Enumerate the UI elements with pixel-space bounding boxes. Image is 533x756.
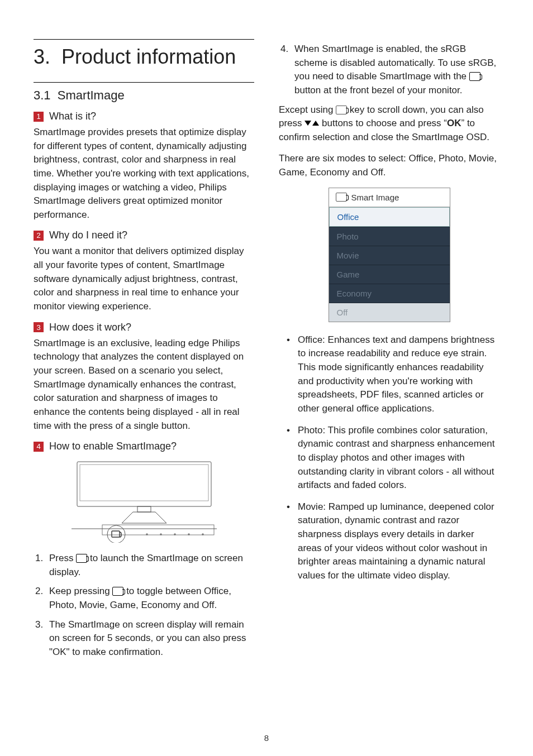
paragraph-except: Except using key to scroll down, you can… [279, 103, 499, 145]
svg-rect-4 [102, 525, 214, 535]
osd-menu: Smart Image Office Photo Movie Game Econ… [329, 188, 450, 322]
section-number: 3.1 [34, 88, 51, 102]
osd-title: Smart Image [351, 193, 399, 202]
svg-point-10 [188, 533, 190, 535]
numbered-box-icon: 3 [34, 322, 44, 332]
mode-descriptions: Office: Enhances text and dampens bright… [279, 333, 499, 583]
smartimage-icon [76, 554, 87, 563]
right-column: When SmartImage is enabled, the sRGB sch… [279, 39, 499, 665]
smartimage-icon [112, 587, 123, 596]
svg-point-7 [146, 533, 148, 535]
subhead-what-is-it: 1 What is it? [34, 111, 254, 122]
monitor-illustration [34, 459, 254, 543]
triangle-down-icon [304, 121, 311, 126]
numbered-box-icon: 4 [34, 442, 44, 452]
numbered-box-icon: 1 [34, 112, 44, 122]
section-title: SmartImage [58, 88, 125, 102]
left-column: 3. Product information 3.1 SmartImage 1 … [34, 39, 254, 665]
smartimage-icon [336, 106, 347, 114]
mode-photo: Photo: This profile combines color satur… [279, 424, 499, 492]
osd-item-photo: Photo [329, 227, 450, 246]
triangle-up-icon [312, 121, 319, 126]
chapter-heading: 3. Product information [34, 39, 254, 69]
mode-text: Ramped up luminance, deepened color satu… [298, 501, 494, 581]
chapter-number: 3. [34, 45, 50, 68]
mode-office: Office: Enhances text and dampens bright… [279, 333, 499, 416]
mode-label: Movie: [298, 501, 326, 512]
svg-rect-2 [137, 506, 151, 512]
svg-point-9 [174, 533, 176, 535]
page-number: 8 [0, 733, 533, 743]
mode-text: This profile combines color saturation, … [298, 425, 494, 491]
osd-item-economy: Economy [329, 284, 450, 303]
osd-item-office: Office [329, 207, 450, 227]
osd-item-game: Game [329, 265, 450, 284]
step-3: The SmartImage on screen display will re… [46, 618, 254, 659]
subhead-title: Why do I need it? [49, 229, 127, 241]
ok-label: OK [447, 118, 461, 128]
osd-item-off: Off [329, 303, 450, 322]
osd-header: Smart Image [329, 188, 450, 207]
mode-movie: Movie: Ramped up luminance, deepened col… [279, 500, 499, 583]
step-4: When SmartImage is enabled, the sRGB sch… [291, 42, 499, 98]
subhead-title: How to enable SmartImage? [49, 441, 177, 452]
modes-intro: There are six modes to select: Office, P… [279, 152, 499, 179]
subhead-title: How does it work? [49, 322, 131, 333]
numbered-box-icon: 2 [34, 231, 44, 241]
svg-rect-1 [80, 465, 208, 501]
svg-point-8 [160, 533, 162, 535]
svg-point-5 [107, 525, 125, 543]
paragraph: SmartImage provides presets that optimiz… [34, 126, 254, 222]
steps-list-cont: When SmartImage is enabled, the sRGB sch… [279, 42, 499, 98]
chapter-title: Product information [61, 45, 236, 68]
two-column-layout: 3. Product information 3.1 SmartImage 1 … [34, 39, 499, 665]
paragraph: SmartImage is an exclusive, leading edge… [34, 337, 254, 433]
subhead-how-enable: 4 How to enable SmartImage? [34, 441, 254, 452]
svg-point-11 [202, 533, 204, 535]
smartimage-icon [336, 193, 347, 202]
osd-menu-illustration: Smart Image Office Photo Movie Game Econ… [279, 188, 499, 322]
step-1: Press to launch the SmartImage on screen… [46, 552, 254, 579]
svg-rect-0 [77, 462, 211, 506]
smartimage-icon [469, 72, 480, 81]
steps-list: Press to launch the SmartImage on screen… [34, 552, 254, 659]
paragraph: You want a monitor that delivers optimiz… [34, 245, 254, 313]
svg-rect-6 [112, 531, 120, 537]
step-2: Keep pressing to toggle between Office, … [46, 585, 254, 612]
document-page: 3. Product information 3.1 SmartImage 1 … [0, 0, 533, 756]
mode-text: Enhances text and dampens brightness to … [298, 334, 494, 414]
subhead-title: What is it? [49, 111, 96, 122]
section-heading: 3.1 SmartImage [34, 82, 254, 103]
mode-label: Office: [298, 334, 325, 345]
subhead-why-need: 2 Why do I need it? [34, 229, 254, 241]
osd-item-movie: Movie [329, 246, 450, 265]
subhead-how-work: 3 How does it work? [34, 322, 254, 333]
mode-label: Photo: [298, 425, 325, 436]
